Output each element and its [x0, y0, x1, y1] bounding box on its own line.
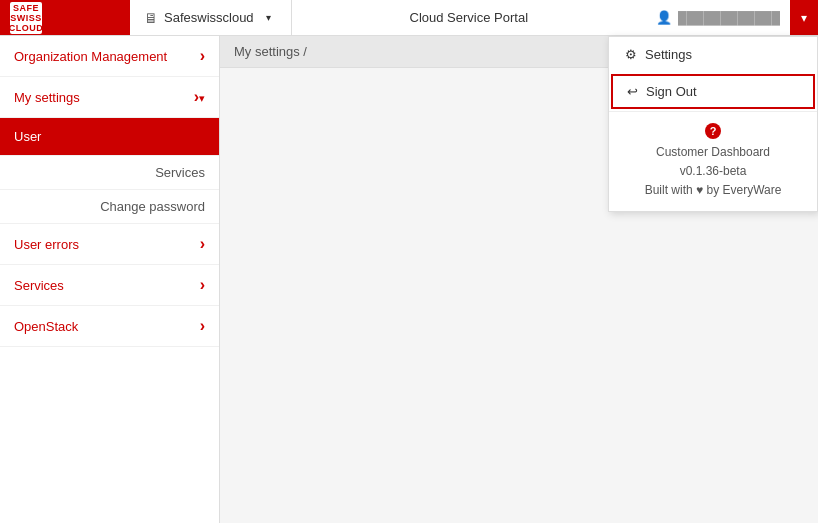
my-settings-label: My settings	[14, 90, 80, 105]
logo-area: SAFE SWISS CLOUD	[0, 0, 130, 35]
user-errors-label: User errors	[14, 237, 79, 252]
openstack-label: OpenStack	[14, 319, 78, 334]
settings-label: Settings	[645, 47, 692, 62]
sidebar-item-org-management[interactable]: Organization Management	[0, 36, 219, 77]
user-area: 👤 ████████████ ▾	[646, 0, 818, 35]
signout-label: Sign Out	[646, 84, 697, 99]
signout-menu-item[interactable]: ↩ Sign Out	[611, 74, 815, 109]
services-label: Services	[14, 278, 64, 293]
portal-title: Cloud Service Portal	[292, 10, 646, 25]
dropdown-info: ? Customer Dashboard v0.1.36-beta Built …	[609, 112, 817, 211]
my-settings-chevron: ▾	[194, 88, 205, 106]
sidebar-subitem-change-password[interactable]: Change password	[0, 190, 219, 224]
sidebar-subitem-services[interactable]: Services	[0, 156, 219, 190]
safeswisscloud-tab[interactable]: 🖥 Safeswisscloud ▾	[130, 0, 292, 35]
sidebar-item-user[interactable]: User	[0, 118, 219, 156]
header: SAFE SWISS CLOUD 🖥 Safeswisscloud ▾ Clou…	[0, 0, 818, 36]
tab-label: Safeswisscloud	[164, 10, 254, 25]
gear-icon	[625, 47, 637, 62]
signout-icon: ↩	[627, 84, 638, 99]
change-password-label: Change password	[100, 199, 205, 214]
user-icon-area: 👤 ████████████	[646, 0, 790, 35]
sidebar-item-services[interactable]: Services	[0, 265, 219, 306]
dashboard-label: Customer Dashboard	[656, 145, 770, 159]
user-icon: 👤	[656, 10, 672, 25]
user-dropdown-menu: Settings ↩ Sign Out ? Customer Dashboard…	[608, 36, 818, 212]
user-label: User	[14, 129, 41, 144]
logo-icon: SAFE SWISS CLOUD	[10, 2, 42, 34]
org-management-label: Organization Management	[14, 49, 167, 64]
question-icon: ?	[705, 123, 721, 139]
sidebar: Organization Management My settings ▾ Us…	[0, 36, 220, 523]
sidebar-item-user-errors[interactable]: User errors	[0, 224, 219, 265]
user-dropdown-button[interactable]: ▾	[790, 0, 818, 35]
built-by-label: Built with ♥ by EveryWare	[645, 183, 782, 197]
sidebar-item-openstack[interactable]: OpenStack	[0, 306, 219, 347]
services-sub-label: Services	[155, 165, 205, 180]
org-management-chevron	[200, 47, 205, 65]
settings-menu-item[interactable]: Settings	[609, 37, 817, 72]
user-display: ████████████	[678, 11, 780, 25]
version-label: v0.1.36-beta	[680, 164, 747, 178]
sidebar-item-my-settings[interactable]: My settings ▾	[0, 77, 219, 118]
openstack-chevron	[200, 317, 205, 335]
tab-chevron-down: ▾	[266, 12, 271, 23]
user-errors-chevron	[200, 235, 205, 253]
services-chevron	[200, 276, 205, 294]
monitor-icon: 🖥	[144, 10, 158, 26]
